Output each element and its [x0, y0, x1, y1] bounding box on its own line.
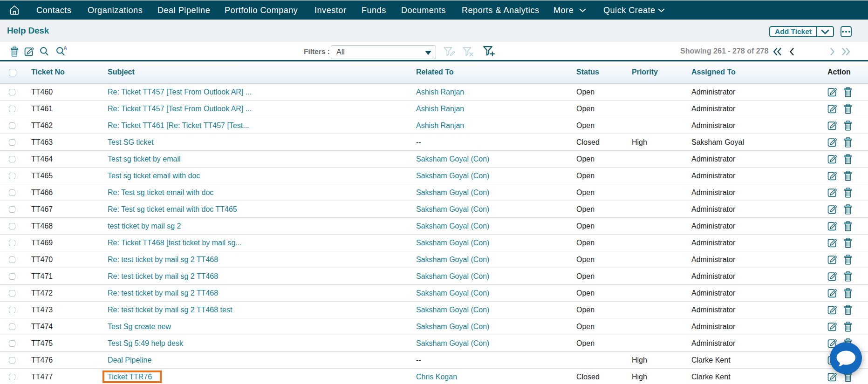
svg-text:A: A — [64, 46, 67, 51]
